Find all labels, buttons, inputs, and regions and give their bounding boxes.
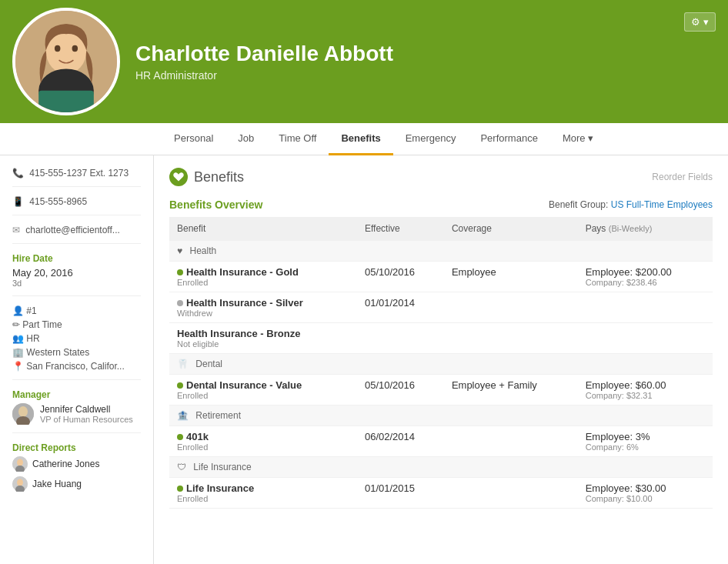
benefit-group-link[interactable]: US Full-Time Employees	[611, 199, 713, 210]
benefit-group-label: Benefit Group:	[549, 199, 608, 210]
benefit-cell: Dental Insurance - Value Enrolled	[169, 375, 357, 405]
coverage-cell: Employee + Family	[444, 375, 578, 405]
svg-point-3	[55, 45, 61, 52]
pays-employee: Employee: $30.00	[586, 482, 705, 494]
benefit-name: 401k	[177, 431, 349, 442]
col-header-pays: Pays (Bi-Weekly)	[578, 217, 713, 241]
svg-point-10	[17, 459, 23, 466]
header-info: Charlotte Danielle Abbott HR Administrat…	[135, 42, 393, 82]
hire-date-label: Hire Date	[12, 253, 141, 264]
benefits-table: Benefit Effective Coverage Pays (Bi-Week…	[169, 217, 713, 509]
table-row: 401k Enrolled 06/02/2014 Employee: 3% Co…	[169, 426, 713, 457]
tab-more[interactable]: More ▾	[550, 123, 606, 155]
category-icon: ♥	[177, 245, 182, 256]
pays-cell: Employee: $30.00 Company: $10.00	[578, 478, 713, 509]
manager-row: Jennifer Caldwell VP of Human Resources	[12, 403, 141, 425]
employee-num-icon: 👤	[12, 305, 24, 316]
section-title: Benefits Overview	[169, 199, 262, 211]
tab-emergency[interactable]: Emergency	[393, 123, 469, 155]
category-row-dental: 🦷 Dental	[169, 354, 713, 375]
category-row-life-insurance: 🛡 Life Insurance	[169, 457, 713, 478]
tab-performance[interactable]: Performance	[468, 123, 549, 155]
tab-personal[interactable]: Personal	[162, 123, 225, 155]
svg-point-13	[17, 479, 23, 486]
pays-employee: Employee: 3%	[586, 431, 705, 442]
content-area: Benefits Reorder Fields Benefits Overvie…	[154, 155, 728, 564]
svg-rect-5	[38, 91, 94, 112]
table-row: Health Insurance - Bronze Not eligible	[169, 323, 713, 354]
location-icon: 📍	[12, 361, 24, 372]
table-row: Health Insurance - Gold Enrolled 05/10/2…	[169, 262, 713, 292]
benefit-name: Health Insurance - Gold	[177, 266, 349, 278]
category-icon: 🏦	[177, 410, 189, 421]
direct-report-catherine: Catherine Jones	[12, 456, 141, 472]
direct-reports-label: Direct Reports	[12, 442, 141, 453]
direct-report-name-jake: Jake Huang	[32, 479, 82, 489]
employment-type: Part Time	[22, 319, 62, 330]
email-value: charlotte@efficientoff...	[25, 225, 119, 235]
direct-report-jake: Jake Huang	[12, 476, 141, 492]
manager-field: Manager Jennifer Caldwell VP of Human Re…	[12, 389, 141, 433]
location: San Francisco, Califor...	[26, 361, 124, 372]
col-header-effective: Effective	[357, 217, 444, 241]
category-label: 🛡 Life Insurance	[169, 457, 713, 478]
header: Charlotte Danielle Abbott HR Administrat…	[0, 0, 728, 123]
coverage-cell	[444, 426, 578, 457]
email-icon: ✉	[12, 225, 20, 235]
hire-date-field: Hire Date May 20, 2016 3d	[12, 253, 141, 296]
category-row-retirement: 🏦 Retirement	[169, 405, 713, 426]
effective-cell	[357, 323, 444, 354]
status-dot	[177, 300, 183, 306]
effective-cell: 05/10/2016	[357, 375, 444, 405]
coverage-cell: Employee	[444, 262, 578, 292]
manager-label: Manager	[12, 389, 141, 400]
person-icon-catherine	[12, 456, 28, 472]
benefit-cell: Health Insurance - Gold Enrolled	[169, 262, 357, 292]
svg-point-4	[72, 45, 78, 52]
effective-cell: 05/10/2016	[357, 262, 444, 292]
tab-job[interactable]: Job	[225, 123, 266, 155]
phone1-field: 📞 415-555-1237 Ext. 1273	[12, 168, 141, 187]
benefit-cell: 401k Enrolled	[169, 426, 357, 457]
pays-employee: Employee: $60.00	[586, 379, 705, 391]
phone1-value: 415-555-1237 Ext. 1273	[29, 168, 129, 179]
status-dot	[177, 434, 183, 440]
benefit-status: Not eligible	[177, 339, 349, 349]
category-label: ♥ Health	[169, 241, 713, 262]
benefit-name: Health Insurance - Silver	[177, 297, 349, 309]
main-layout: 📞 415-555-1237 Ext. 1273 📱 415-555-8965 …	[0, 155, 728, 564]
page-title-text: Benefits	[194, 169, 244, 185]
department: HR	[26, 333, 39, 344]
nav-tabs: Personal Job Time Off Benefits Emergency…	[0, 123, 728, 155]
hire-date-value: May 20, 2016	[12, 267, 141, 279]
col-header-benefit: Benefit	[169, 217, 357, 241]
department-icon: 👥	[12, 333, 24, 344]
table-row: Health Insurance - Silver Withdrew 01/01…	[169, 292, 713, 323]
direct-reports-field: Direct Reports Catherine Jones	[12, 442, 141, 504]
benefit-cell: Health Insurance - Silver Withdrew	[169, 292, 357, 323]
category-label: 🦷 Dental	[169, 354, 713, 375]
svg-point-7	[18, 406, 28, 417]
manager-avatar	[12, 403, 34, 425]
email-field: ✉ charlotte@efficientoff...	[12, 225, 141, 244]
tab-benefits[interactable]: Benefits	[329, 123, 392, 155]
pays-company: Company: $238.46	[586, 278, 705, 287]
mobile-icon: 📱	[12, 196, 24, 207]
gear-button[interactable]: ⚙ ▾	[684, 12, 716, 32]
benefit-cell: Health Insurance - Bronze Not eligible	[169, 323, 357, 354]
employee-info-field: 👤 #1 ✏ Part Time 👥 HR 🏢 Western States 📍…	[12, 305, 141, 380]
effective-cell: 01/01/2014	[357, 292, 444, 323]
category-row-health: ♥ Health	[169, 241, 713, 262]
effective-cell: 01/01/2015	[357, 478, 444, 509]
pays-company: Company: $10.00	[586, 494, 705, 503]
pays-cell: Employee: $200.00 Company: $238.46	[578, 262, 713, 292]
phone-icon: 📞	[12, 168, 24, 179]
tab-time-off[interactable]: Time Off	[266, 123, 329, 155]
coverage-cell	[444, 292, 578, 323]
phone2-value: 415-555-8965	[29, 196, 87, 207]
coverage-cell	[444, 323, 578, 354]
pays-cell	[578, 323, 713, 354]
page-title: Benefits	[169, 168, 244, 186]
reorder-fields-button[interactable]: Reorder Fields	[652, 172, 713, 182]
section-header: Benefits Overview Benefit Group: US Full…	[169, 199, 713, 211]
